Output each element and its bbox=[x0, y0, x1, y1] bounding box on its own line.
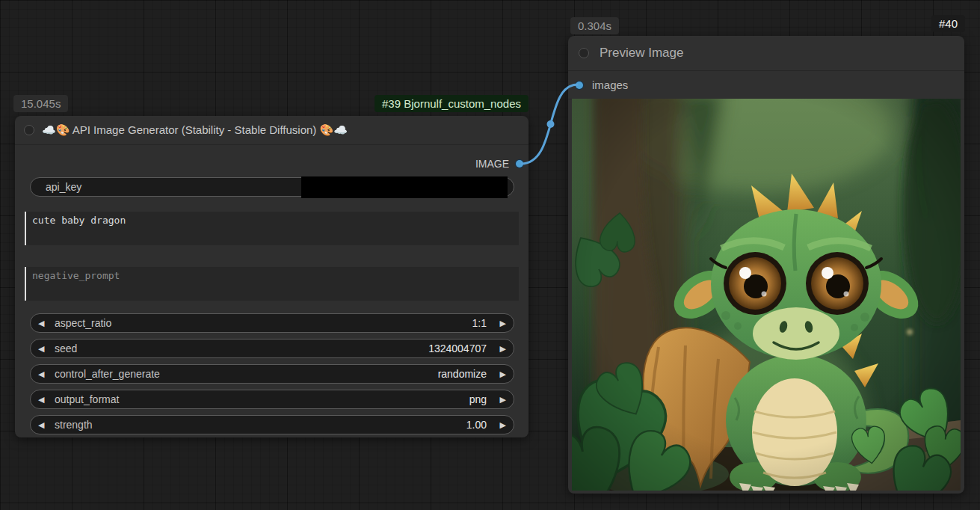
link-midpoint-dot-icon[interactable] bbox=[547, 120, 555, 128]
generator-timing-badge: 15.045s bbox=[13, 95, 68, 112]
prompt-text: cute baby dragon bbox=[32, 215, 126, 226]
aspect-ratio-widget[interactable]: ◀ aspect_ratio 1:1 ▶ bbox=[30, 313, 514, 333]
increment-arrow-icon[interactable]: ▶ bbox=[494, 344, 506, 354]
images-input-row: images bbox=[568, 71, 964, 99]
decrement-arrow-icon[interactable]: ◀ bbox=[38, 369, 50, 379]
node-title-bar[interactable]: ☁️🎨 API Image Generator (Stability - Sta… bbox=[15, 116, 528, 145]
widget-label: aspect_ratio bbox=[55, 317, 111, 329]
images-input-port-icon[interactable] bbox=[576, 82, 583, 89]
widget-value: randomize bbox=[160, 368, 487, 380]
widget-label: strength bbox=[55, 419, 93, 431]
decrement-arrow-icon[interactable]: ◀ bbox=[38, 319, 50, 328]
control-after-generate-widget[interactable]: ◀ control_after_generate randomize ▶ bbox=[30, 364, 514, 384]
image-output-port-icon[interactable] bbox=[516, 160, 523, 168]
images-input-label: images bbox=[592, 79, 628, 91]
strength-widget[interactable]: ◀ strength 1.00 ▶ bbox=[30, 415, 514, 434]
graph-canvas[interactable]: 15.045s #39 Bjornulf_custom_nodes 0.304s… bbox=[0, 0, 980, 510]
negative-prompt-textarea[interactable]: negative_prompt bbox=[25, 267, 519, 301]
widget-label: output_format bbox=[55, 393, 119, 405]
generator-source-badge: #39 Bjornulf_custom_nodes bbox=[375, 95, 528, 112]
decrement-arrow-icon[interactable]: ◀ bbox=[38, 395, 50, 405]
widget-value: 1:1 bbox=[111, 317, 487, 329]
preview-timing-badge: 0.304s bbox=[570, 17, 619, 34]
api-key-value-redacted bbox=[301, 176, 508, 198]
api-key-label: api_key bbox=[46, 181, 81, 193]
output-slot-label: IMAGE bbox=[475, 153, 509, 174]
widget-value: png bbox=[119, 393, 487, 405]
increment-arrow-icon[interactable]: ▶ bbox=[494, 420, 506, 430]
collapse-dot-icon[interactable] bbox=[24, 125, 34, 135]
widget-value: 1324004707 bbox=[77, 342, 487, 354]
increment-arrow-icon[interactable]: ▶ bbox=[494, 319, 506, 328]
preview-id-badge: #40 bbox=[931, 15, 965, 32]
widget-value: 1.00 bbox=[93, 419, 487, 431]
widget-label: control_after_generate bbox=[55, 368, 160, 380]
dragon-artwork bbox=[572, 99, 961, 491]
decrement-arrow-icon[interactable]: ◀ bbox=[38, 420, 50, 430]
node-title: ☁️🎨 API Image Generator (Stability - Sta… bbox=[42, 123, 348, 137]
preview-image-dragon bbox=[572, 99, 961, 491]
node-title-bar[interactable]: Preview Image bbox=[568, 36, 964, 71]
decrement-arrow-icon[interactable]: ◀ bbox=[38, 344, 50, 354]
widget-label: seed bbox=[55, 342, 77, 354]
seed-widget[interactable]: ◀ seed 1324004707 ▶ bbox=[30, 339, 514, 358]
api-key-widget[interactable]: api_key bbox=[30, 177, 514, 197]
output-slot-row: IMAGE bbox=[15, 153, 528, 174]
prompt-textarea[interactable]: cute baby dragon bbox=[25, 212, 519, 245]
node-api-image-generator[interactable]: ☁️🎨 API Image Generator (Stability - Sta… bbox=[15, 116, 528, 437]
collapse-dot-icon[interactable] bbox=[579, 48, 589, 58]
negative-prompt-placeholder: negative_prompt bbox=[32, 270, 120, 281]
node-preview-image[interactable]: Preview Image images bbox=[568, 36, 964, 494]
output-format-widget[interactable]: ◀ output_format png ▶ bbox=[30, 390, 514, 409]
node-title: Preview Image bbox=[600, 46, 683, 61]
increment-arrow-icon[interactable]: ▶ bbox=[494, 395, 506, 405]
increment-arrow-icon[interactable]: ▶ bbox=[494, 369, 506, 379]
